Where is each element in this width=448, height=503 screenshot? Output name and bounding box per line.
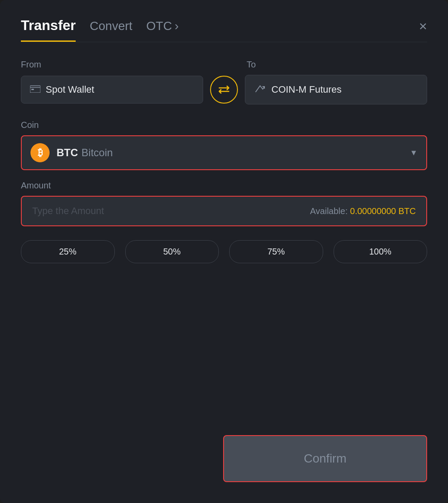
available-value: 0.00000000 BTC [350,206,416,216]
to-label: To [243,60,427,70]
tab-transfer[interactable]: Transfer [21,17,76,42]
confirm-button[interactable]: Confirm [223,435,427,482]
amount-placeholder: Type the Amount [32,205,104,217]
coin-select[interactable]: ₿ BTC Bitcoin ▼ [21,135,427,170]
tab-otc[interactable]: OTC › [146,19,178,40]
available-text: Available: 0.00000000 BTC [310,206,416,216]
from-to-inputs: Spot Wallet COIN-M Futures [21,75,427,104]
otc-chevron-icon: › [174,19,178,33]
pct-100-button[interactable]: 100% [334,240,428,263]
btc-icon: ₿ [30,143,50,162]
pct-75-button[interactable]: 75% [229,240,323,263]
to-wallet-label: COIN-M Futures [271,84,341,95]
amount-input-box[interactable]: Type the Amount Available: 0.00000000 BT… [21,196,427,226]
transfer-modal: Transfer Convert OTC › × From To [0,0,448,503]
header-divider [21,42,427,42]
swap-button[interactable] [210,76,238,104]
red-arrow-icon [0,424,1,467]
futures-icon [254,83,266,96]
coin-full-name: Bitcoin [81,147,113,159]
coin-label: Coin [21,120,427,130]
modal-header: Transfer Convert OTC › × [21,17,427,42]
percentage-buttons: 25% 50% 75% 100% [21,240,427,263]
from-wallet-label: Spot Wallet [46,84,94,95]
bottom-section: Confirm [21,418,427,482]
coin-section: Coin ₿ BTC Bitcoin ▼ [21,120,427,170]
pct-25-button[interactable]: 25% [21,240,115,263]
amount-label: Amount [21,181,427,191]
from-label: From [21,60,201,70]
wallet-icon [30,85,40,95]
to-wallet-select[interactable]: COIN-M Futures [245,75,427,104]
close-button[interactable]: × [419,19,427,40]
pct-50-button[interactable]: 50% [125,240,219,263]
from-wallet-select[interactable]: Spot Wallet [21,76,203,104]
tab-convert[interactable]: Convert [90,19,132,40]
svg-rect-1 [31,89,34,90]
amount-section: Amount Type the Amount Available: 0.0000… [21,181,427,226]
coin-symbol: BTC [57,147,78,159]
from-to-section: From To Spot Wallet [21,60,427,104]
from-to-labels: From To [21,60,427,70]
chevron-down-icon: ▼ [410,148,418,158]
